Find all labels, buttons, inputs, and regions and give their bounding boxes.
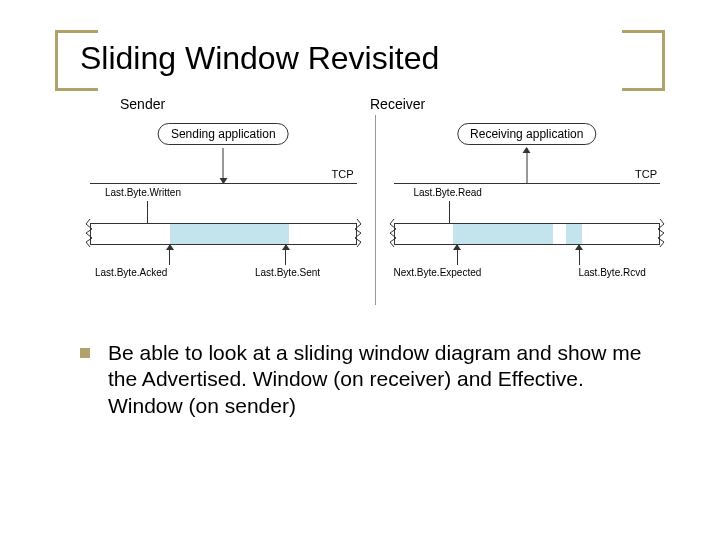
last-byte-written-pointer [147,201,148,223]
receiver-jag-right [653,219,667,247]
last-byte-rcvd-arrow [579,245,580,265]
receiver-buf-buffered [453,224,554,244]
last-byte-acked-label: Last.Byte.Acked [95,267,167,278]
receiving-app-label: Receiving application [457,123,596,145]
bullet-item: Be able to look at a sliding window diag… [80,340,650,419]
sender-panel: Sending application TCP Last.Byte.Writte… [75,115,372,310]
diagram-area: Sending application TCP Last.Byte.Writte… [75,115,675,310]
sender-buffer [90,223,357,245]
sender-buf-free [289,224,355,244]
sender-tcp-line [90,183,357,184]
last-byte-rcvd-label: Last.Byte.Rcvd [579,267,646,278]
receiver-heading: Receiver [370,96,425,112]
bullet-icon [80,348,90,358]
sender-buf-acked [91,224,170,244]
receiver-tcp-label: TCP [635,168,657,180]
receiver-buf-ooo [566,224,582,244]
last-byte-read-pointer [449,201,450,223]
receiver-jag-left [387,219,401,247]
last-byte-acked-arrow [169,245,170,265]
last-byte-sent-label: Last.Byte.Sent [255,267,320,278]
sender-heading: Sender [120,96,165,112]
sender-tcp-label: TCP [332,168,354,180]
sending-app-label: Sending application [158,123,289,145]
receiver-tcp-line [394,183,661,184]
next-byte-expected-label: Next.Byte.Expected [394,267,482,278]
sender-jag-left [83,219,97,247]
receiver-panel: Receiving application TCP Last.Byte.Read… [379,115,676,310]
bullet-text: Be able to look at a sliding window diag… [108,340,650,419]
slide-title: Sliding Window Revisited [80,40,439,77]
sender-app-arrow [223,148,224,183]
last-byte-written-label: Last.Byte.Written [105,187,181,198]
receiver-buf-gap [553,224,566,244]
next-byte-expected-arrow [457,245,458,265]
title-bracket-right [622,30,665,91]
receiver-buf-read [395,224,453,244]
receiver-buffer [394,223,661,245]
sender-jag-right [350,219,364,247]
last-byte-read-label: Last.Byte.Read [414,187,482,198]
receiver-buf-free [582,224,659,244]
panel-divider [375,115,376,305]
sender-buf-inflight [170,224,289,244]
receiver-app-arrow [526,148,527,183]
last-byte-sent-arrow [285,245,286,265]
